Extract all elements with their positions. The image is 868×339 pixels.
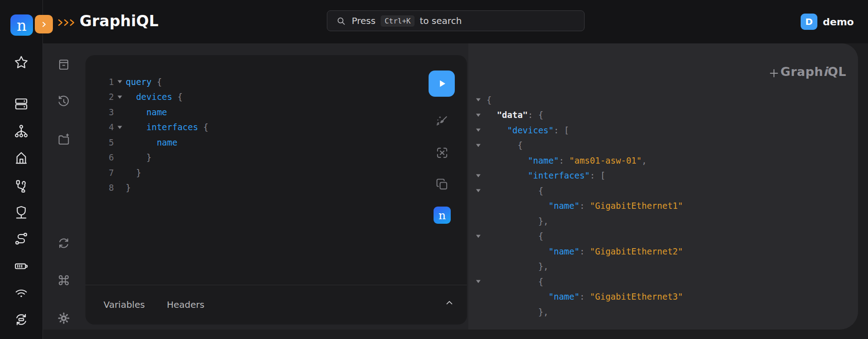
code-text: { (486, 140, 523, 150)
nautobot-logo[interactable]: n (10, 14, 33, 36)
code-text: { (486, 95, 491, 105)
sidebar-item-battery[interactable] (14, 259, 29, 274)
merge-icon (435, 146, 449, 160)
fold-toggle[interactable] (114, 80, 126, 84)
global-search-input[interactable]: Press Ctrl+K to search (327, 10, 585, 31)
code-text: "name": "GigabitEthernet2" (486, 246, 683, 256)
user-menu[interactable]: D demo (801, 14, 854, 30)
code-text: }, (486, 216, 548, 226)
code-line: { (470, 138, 683, 153)
sidebar-item-racks[interactable] (14, 97, 29, 112)
code-text: "name": "GigabitEthernet3" (486, 292, 683, 301)
play-icon (436, 78, 448, 89)
fold-triangle-icon (476, 113, 481, 117)
wifi-icon (14, 286, 29, 301)
query-editor-code[interactable]: 1query {2 devices {3 name4 interfaces {5… (85, 74, 417, 195)
line-number: 3 (85, 107, 114, 117)
nautobot-chip-letter: n (439, 210, 446, 221)
fold-toggle[interactable] (470, 143, 486, 147)
fold-toggle[interactable] (470, 174, 486, 178)
line-number: 5 (85, 137, 114, 147)
graphiql-sidebar-command-button[interactable] (57, 273, 71, 287)
sidebar-item-device-sync[interactable] (14, 312, 29, 327)
fold-toggle[interactable] (470, 113, 486, 117)
prettify-sparkle-icon (435, 114, 449, 128)
collapse-footer-button[interactable] (444, 298, 454, 308)
copy-icon (435, 177, 449, 192)
sidebar-item-route[interactable] (14, 231, 29, 246)
search-icon (336, 16, 346, 26)
code-text: name (126, 107, 167, 117)
tab-headers[interactable]: Headers (167, 299, 204, 310)
command-icon (57, 273, 71, 287)
fold-triangle-icon (117, 80, 123, 84)
sidebar-item-wifi[interactable] (14, 286, 29, 301)
fold-toggle[interactable] (470, 128, 486, 132)
fold-toggle[interactable] (470, 98, 486, 102)
code-line: 7 } (85, 165, 417, 180)
graphiql-sidebar-folder-plus-button[interactable] (57, 133, 71, 147)
code-line: }, (470, 259, 683, 274)
search-placeholder-suffix: to search (420, 15, 462, 26)
search-kbd-shortcut: Ctrl+K (381, 15, 415, 27)
code-line: "devices": [ (470, 122, 683, 138)
code-text: } (126, 168, 141, 178)
history-icon (57, 95, 71, 109)
execute-query-button[interactable] (429, 71, 455, 97)
prettify-query-button[interactable] (435, 114, 449, 128)
sidebar-item-hierarchy[interactable] (14, 124, 29, 139)
graphiql-container: 1query {2 devices {3 name4 interfaces {5… (43, 43, 858, 330)
device-sync-icon (14, 312, 29, 327)
building-icon (14, 151, 29, 165)
graphiql-sidebar-refresh-button[interactable] (57, 236, 71, 250)
nautobot-logo-letter: n (17, 18, 27, 33)
fold-triangle-icon (476, 174, 481, 178)
code-line: "name": "GigabitEthernet2" (470, 244, 683, 259)
nautobot-plugin-button[interactable]: n (434, 207, 451, 224)
line-number: 7 (85, 168, 114, 178)
code-line: 8} (85, 180, 417, 196)
hierarchy-icon (14, 124, 29, 139)
code-line: 5 name (85, 135, 417, 150)
fold-triangle-icon (476, 188, 481, 193)
tab-variables[interactable]: Variables (104, 299, 145, 310)
gear-icon (57, 311, 71, 325)
user-avatar: D (801, 14, 817, 30)
line-number: 2 (85, 92, 114, 102)
fold-toggle[interactable] (470, 234, 486, 238)
code-text: }, (486, 307, 548, 317)
code-line: 1query { (85, 74, 417, 89)
sidebar-item-cables[interactable] (14, 179, 29, 194)
fold-toggle[interactable] (114, 125, 126, 129)
code-text: } (126, 152, 151, 162)
code-line: "name": "ams01-asw-01", (470, 153, 683, 168)
shield-network-icon (14, 205, 29, 220)
sidebar-item-shield-network[interactable] (14, 205, 29, 220)
fold-toggle[interactable] (114, 95, 126, 99)
fold-toggle[interactable] (470, 188, 486, 193)
graphiql-sidebar-docs-button[interactable] (57, 58, 71, 72)
username: demo (823, 16, 854, 28)
fold-triangle-icon (476, 234, 481, 238)
graphiql-sidebar-gear-button[interactable] (57, 311, 71, 325)
merge-fragments-button[interactable] (435, 146, 449, 160)
sidebar-toggle-button[interactable] (35, 15, 53, 33)
add-tab-button[interactable] (768, 67, 780, 80)
code-text: "data": { (486, 110, 543, 120)
fold-triangle-icon (476, 128, 481, 132)
query-editor-panel[interactable]: 1query {2 devices {3 name4 interfaces {5… (85, 55, 467, 325)
sidebar-item-star[interactable] (14, 55, 29, 70)
docs-icon (57, 58, 71, 72)
code-text: }, (486, 261, 548, 271)
code-text: devices { (126, 92, 183, 102)
code-text: "interfaces": [ (486, 170, 605, 180)
graphiql-logo: GraphiQL (780, 65, 846, 79)
code-line: }, (470, 213, 683, 229)
code-text: { (486, 277, 543, 287)
code-text: "name": "GigabitEthernet1" (486, 201, 683, 211)
copy-query-button[interactable] (435, 177, 449, 192)
graphiql-sidebar-history-button[interactable] (57, 95, 71, 109)
code-line: }, (470, 304, 683, 320)
sidebar-item-building[interactable] (14, 151, 29, 165)
fold-toggle[interactable] (470, 279, 486, 283)
